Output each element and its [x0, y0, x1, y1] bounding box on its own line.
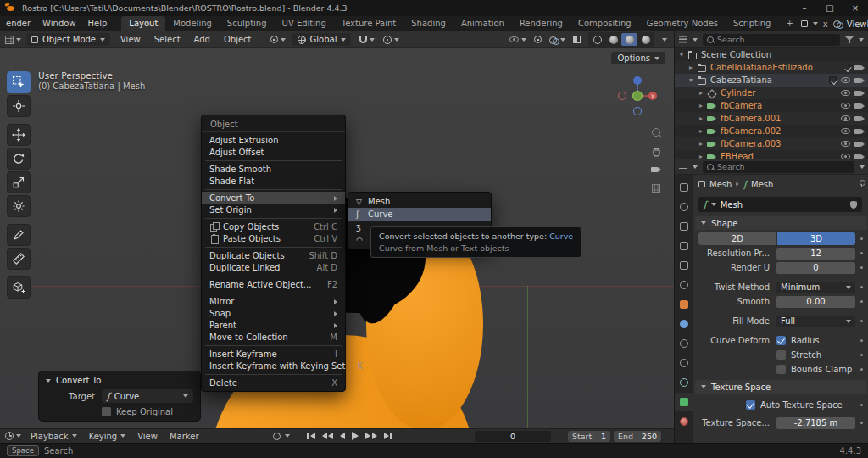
timeline-menu-item[interactable]: Marker [164, 432, 205, 441]
minimize-button[interactable]: – [792, 0, 817, 16]
hide-eye-icon[interactable] [841, 103, 850, 109]
pivot-chevron-icon[interactable] [281, 38, 286, 42]
context-menu-item[interactable]: Copy Objects Ctrl C [202, 221, 345, 232]
workspace-tab[interactable]: Texture Paint [334, 16, 404, 31]
proportional-editing-icon[interactable] [383, 36, 392, 44]
context-menu-item[interactable]: Convert To [202, 192, 345, 204]
context-menu-item[interactable]: Parent [202, 319, 345, 331]
outliner-row[interactable]: fbCamera [675, 99, 868, 112]
hide-eye-icon[interactable] [841, 141, 850, 147]
context-menu-item[interactable]: Adjust Extrusion [202, 134, 345, 146]
viewport-menu-item[interactable]: Add [187, 35, 217, 44]
next-keyframe-button[interactable] [362, 433, 381, 439]
dimensions-3d-button[interactable]: 3D [777, 232, 855, 245]
annotate-tool[interactable] [7, 224, 31, 246]
outliner-editor-icon[interactable] [679, 36, 687, 43]
expand-chevron-icon[interactable] [699, 153, 707, 159]
visibility-chevron-icon[interactable] [521, 38, 526, 42]
workspace-tab[interactable]: Shading [403, 16, 453, 31]
selectability-checkbox[interactable] [829, 76, 837, 84]
editor-type-icon[interactable] [5, 36, 14, 44]
dimensions-2d-button[interactable]: 2D [698, 232, 776, 245]
tab-modifiers[interactable] [675, 315, 693, 333]
shape-panel-header[interactable]: Shape [695, 216, 867, 230]
timeline-editor-icon[interactable] [5, 432, 14, 440]
zoom-icon[interactable] [648, 125, 664, 140]
properties-search-input[interactable] [717, 162, 850, 171]
auto-key-record-icon[interactable] [273, 433, 281, 440]
disable-in-render-camera-icon[interactable] [854, 103, 865, 109]
properties-editor-chevron-icon[interactable] [693, 165, 698, 169]
expand-chevron-icon[interactable] [699, 140, 707, 148]
hide-eye-icon[interactable] [841, 128, 850, 134]
outliner-search-input[interactable] [717, 35, 836, 44]
workspace-tab[interactable]: Scripting [726, 16, 778, 31]
workspace-tab[interactable]: Compositing [570, 16, 639, 31]
snap-chevron-icon[interactable] [370, 38, 375, 42]
workspace-tab[interactable]: Layout [121, 16, 165, 31]
render-u-field[interactable]: 0 [776, 262, 855, 274]
properties-options-chevron-icon[interactable] [860, 165, 865, 169]
twist-method-dropdown[interactable]: Minimum [776, 282, 855, 293]
visibility-eye-icon[interactable] [509, 36, 519, 42]
filter-funnel-icon[interactable] [845, 36, 854, 44]
outliner-item-label[interactable]: fbCamera.003 [721, 139, 841, 148]
outliner-item-label[interactable]: Scene Collection [701, 50, 865, 59]
ortho-grid-icon[interactable] [648, 181, 664, 196]
disable-in-render-camera-icon[interactable] [854, 115, 865, 122]
options-dropdown[interactable]: Options [611, 52, 665, 64]
outliner-item-label[interactable]: fbCamera [721, 101, 841, 110]
add-workspace-button[interactable]: + [778, 16, 800, 31]
shading-solid-icon[interactable] [605, 33, 621, 46]
context-menu-item[interactable]: Move to Collection M [202, 331, 345, 343]
tab-tool[interactable] [675, 178, 693, 197]
select-box-tool[interactable] [7, 71, 31, 93]
workspace-tab[interactable]: Geometry Nodes [639, 16, 726, 31]
tab-world[interactable] [675, 276, 693, 294]
outliner-row[interactable]: FBHead [675, 150, 868, 159]
keep-original-checkbox[interactable] [102, 407, 111, 416]
workspace-tab[interactable]: Sculpting [220, 16, 275, 31]
shading-chevron-icon[interactable] [662, 38, 667, 42]
operator-panel-header[interactable]: Convert To [46, 376, 193, 385]
outliner-search[interactable] [703, 34, 840, 46]
snap-magnet-icon[interactable] [359, 36, 367, 43]
smooth-field[interactable]: 0.00 [776, 296, 855, 308]
mode-dropdown[interactable]: Object Mode [26, 33, 110, 46]
outliner-row[interactable]: fbCamera.001 [675, 112, 868, 125]
context-menu-item[interactable]: Set Origin [202, 204, 345, 215]
workspace-tab[interactable]: Modeling [165, 16, 220, 31]
scene-chevron-down-icon[interactable] [813, 22, 818, 25]
disable-in-render-camera-icon[interactable] [854, 154, 865, 160]
outliner-item-label[interactable]: CabezaTatiana [710, 75, 829, 85]
tab-output[interactable] [675, 217, 693, 236]
scale-tool[interactable] [7, 171, 31, 193]
previous-keyframe-button[interactable] [319, 433, 337, 439]
bounds-clamp-checkbox[interactable] [776, 365, 786, 374]
outliner-item-label[interactable]: CabelloTatianaEstilizado [710, 63, 843, 72]
frame-end-field[interactable]: End 250 [614, 431, 661, 442]
transform-tool[interactable] [7, 195, 31, 217]
tab-view-layer[interactable] [675, 237, 693, 255]
radius-checkbox[interactable] [776, 336, 786, 345]
fake-user-shield-icon[interactable] [850, 201, 857, 209]
breadcrumb-object[interactable]: Mesh [709, 180, 732, 189]
expand-chevron-icon[interactable] [689, 64, 697, 71]
shading-wireframe-icon[interactable] [589, 33, 605, 46]
filter-chevron-icon[interactable] [859, 38, 864, 42]
resolution-field[interactable]: 12 [776, 248, 855, 260]
proportional-chevron-icon[interactable] [394, 38, 399, 42]
view-layer-name[interactable]: ViewLayer [847, 20, 868, 29]
outliner-row[interactable]: Cylinder [675, 87, 868, 99]
expand-chevron-icon[interactable] [699, 89, 707, 97]
timeline-menu-item[interactable]: Keying [83, 432, 132, 441]
editor-type-chevron-icon[interactable] [16, 38, 21, 42]
outliner-item-label[interactable]: fbCamera.002 [721, 126, 841, 136]
context-menu-item[interactable]: Snap [202, 307, 345, 319]
datablock-name-field[interactable]: ʃ [698, 197, 862, 212]
menubar-item[interactable]: Window [36, 16, 81, 31]
play-reverse-button[interactable] [337, 433, 348, 439]
expand-chevron-icon[interactable] [680, 51, 687, 59]
frame-start-field[interactable]: Start 1 [568, 431, 610, 442]
context-menu-item[interactable]: Duplicate Linked Alt D [202, 261, 345, 273]
